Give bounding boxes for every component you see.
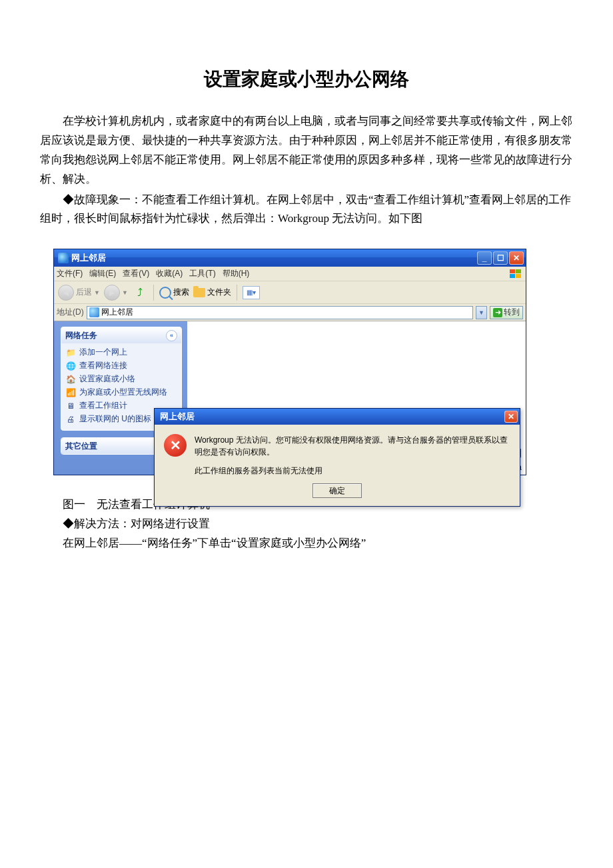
menu-help[interactable]: 帮助(H) [223,268,250,279]
address-value: 网上邻居 [101,307,133,318]
folder-icon [193,288,205,297]
minimize-button[interactable]: _ [477,251,492,265]
dialog-message-1: Workgroup 无法访问。您可能没有权限使用网络资源。请与这台服务器的管理员… [195,434,510,458]
chevron-down-icon: ▼ [122,289,128,296]
globe-icon: 🌐 [65,361,76,371]
dialog-title: 网上邻居 [160,411,195,423]
search-icon [159,287,171,299]
network-tasks-header[interactable]: 网络任务 « [61,327,181,343]
toolbar: ◄ 后退 ▼ ► ▼ ⤴ 搜索 文件夹 ▦▾ [54,281,526,304]
window-title: 网上邻居 [71,252,476,264]
menu-tools[interactable]: 工具(T) [189,268,215,279]
toolbar-separator [153,285,154,301]
back-button[interactable]: ◄ 后退 ▼ [58,285,100,301]
document-title: 设置家庭或小型办公网络 [40,67,573,92]
maximize-button[interactable]: ☐ [493,251,508,265]
menu-file[interactable]: 文件(F) [57,268,83,279]
solution-heading: ◆解决方法：对网络进行设置 [40,515,573,534]
address-input[interactable]: 网上邻居 [87,306,473,319]
computers-icon: 🖥 [65,401,76,411]
network-places-icon [58,253,69,263]
toolbar-separator [237,285,237,301]
dialog-titlebar[interactable]: 网上邻居 ✕ [155,409,520,425]
address-bar: 地址(D) 网上邻居 ▼ ➜ 转到 [54,304,526,321]
sidebar-item-label: 显示联网的 U的图标 [79,414,151,423]
network-places-icon [89,307,99,317]
figure-1: 网上邻居 _ ☐ ✕ 文件(F) 编辑(E) 查看(V) 收藏(A) 工具(T)… [40,249,573,475]
menu-bar: 文件(F) 编辑(E) 查看(V) 收藏(A) 工具(T) 帮助(H) [54,267,526,281]
client-area: 网络任务 « 📁 添加一个网上 🌐 查看网络连接 🏠 [54,321,526,475]
search-label: 搜索 [173,287,189,298]
go-label: 转到 [504,307,520,318]
home-icon: 🏠 [65,374,76,385]
wireless-icon: 📶 [65,387,76,398]
sidebar-item-label: 为家庭或小型置无线网络 [79,387,167,397]
sidebar-item-label: 添加一个网上 [79,347,127,357]
close-button[interactable]: ✕ [509,251,524,265]
forward-button[interactable]: ► ▼ [104,285,128,301]
sidebar-item-view-connections[interactable]: 🌐 查看网络连接 [65,361,177,371]
chevron-down-icon: ▼ [94,289,100,296]
solution-step: 在网上邻居——“网络任务”下单击“设置家庭或小型办公网络” [40,534,573,553]
menu-view[interactable]: 查看(V) [123,268,149,279]
windows-flag-icon [508,269,523,279]
address-label: 地址(D) [57,307,84,318]
paragraph-fault1: ◆故障现象一：不能查看工作组计算机。在网上邻居中，双击“查看工作组计算机”查看网… [40,191,573,229]
back-label: 后退 [76,287,92,298]
folders-label: 文件夹 [207,287,231,298]
explorer-window: 网上邻居 _ ☐ ✕ 文件(F) 编辑(E) 查看(V) 收藏(A) 工具(T)… [53,249,526,475]
address-dropdown[interactable]: ▼ [476,306,487,319]
sidebar-item-add-place[interactable]: 📁 添加一个网上 [65,347,177,358]
views-button[interactable]: ▦▾ [243,286,260,299]
add-icon: 📁 [65,347,76,358]
dialog-message-2: 此工作组的服务器列表当前无法使用 [195,465,510,477]
ok-button[interactable]: 确定 [312,483,362,498]
back-arrow-icon: ◄ [58,285,74,301]
device-icon: 🖨 [65,414,76,425]
go-arrow-icon: ➜ [493,308,502,317]
sidebar-item-setup-network[interactable]: 🏠 设置家庭或小络 [65,374,177,385]
sidebar-item-label: 设置家庭或小络 [79,374,135,383]
other-places-title: 其它位置 [65,441,97,452]
network-tasks-title: 网络任务 [65,330,97,341]
paragraph-intro: 在学校计算机房机内，或者家庭中的有两台以上电脑，或者与同事之间经常要共享或传输文… [40,112,573,189]
go-button[interactable]: ➜ 转到 [490,306,523,319]
search-button[interactable]: 搜索 [159,287,189,299]
sidebar-item-wireless[interactable]: 📶 为家庭或小型置无线网络 [65,387,177,398]
up-button[interactable]: ⤴ [132,285,148,301]
collapse-icon[interactable]: « [166,330,177,341]
window-titlebar[interactable]: 网上邻居 _ ☐ ✕ [54,249,526,267]
sidebar-item-label: 查看网络连接 [79,361,127,370]
menu-favorites[interactable]: 收藏(A) [156,268,183,279]
forward-arrow-icon: ► [104,285,120,301]
dialog-close-button[interactable]: ✕ [504,411,518,423]
menu-edit[interactable]: 编辑(E) [89,268,116,279]
error-dialog: 网上邻居 ✕ ✕ Workgroup 无法访问。您可能没有权限使用网络资源。请与… [154,408,520,507]
sidebar-item-label: 查看工作组计 [79,401,127,410]
error-icon: ✕ [164,434,187,457]
folders-button[interactable]: 文件夹 [193,287,231,298]
